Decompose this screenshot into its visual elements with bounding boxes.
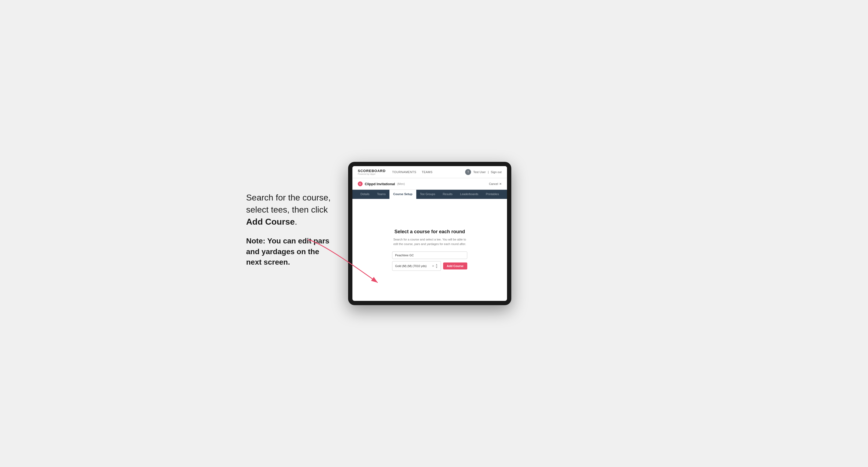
tab-details[interactable]: Details <box>357 190 373 199</box>
tee-select-icons: ✕ ▲ ▼ <box>432 263 438 269</box>
tee-select-value: Gold (M) (M) (7010 yds) <box>395 264 432 268</box>
brand-title: SCOREBOARD <box>358 169 386 173</box>
tournament-gender: (Men) <box>397 182 405 185</box>
tab-teams[interactable]: Teams <box>373 190 390 199</box>
tournament-icon: C <box>358 181 363 186</box>
tablet-screen: SCOREBOARD Powered by clippd TOURNAMENTS… <box>352 166 507 301</box>
page-wrapper: Search for the course, select tees, then… <box>246 162 622 305</box>
tab-leaderboards[interactable]: Leaderboards <box>456 190 482 199</box>
user-avatar: T <box>465 169 471 175</box>
user-label: Test User <box>473 170 486 174</box>
note-text: Note: You can edit pars and yardages on … <box>246 236 332 267</box>
tournament-name: Clippd Invitational <box>365 182 395 186</box>
brand-sub: Powered by clippd <box>358 173 386 175</box>
course-select-description: Search for a course and select a tee. Yo… <box>392 237 467 246</box>
add-course-button[interactable]: Add Course <box>443 262 467 270</box>
course-select-title: Select a course for each round <box>394 229 465 235</box>
tee-select-wrapper[interactable]: Gold (M) (M) (7010 yds) ✕ ▲ ▼ <box>392 261 441 271</box>
navbar: SCOREBOARD Powered by clippd TOURNAMENTS… <box>352 166 507 178</box>
tab-results[interactable]: Results <box>439 190 456 199</box>
navbar-right: T Test User | Sign out <box>465 169 502 175</box>
tee-clear-icon[interactable]: ✕ <box>432 264 434 268</box>
tab-course-setup[interactable]: Course Setup <box>390 190 416 199</box>
instruction-text: Search for the course, select tees, then… <box>246 192 332 227</box>
sign-out-link[interactable]: Sign out <box>491 170 502 174</box>
cancel-button[interactable]: Cancel ✕ <box>489 182 502 186</box>
tournament-header: C Clippd Invitational (Men) Cancel ✕ <box>352 178 507 190</box>
tee-arrows-icon: ▲ ▼ <box>435 263 438 269</box>
tab-tee-groups[interactable]: Tee Groups <box>416 190 439 199</box>
tablet-frame: SCOREBOARD Powered by clippd TOURNAMENTS… <box>348 162 511 305</box>
instructions-panel: Search for the course, select tees, then… <box>246 192 332 275</box>
nav-teams[interactable]: TEAMS <box>422 170 432 174</box>
nav-tournaments[interactable]: TOURNAMENTS <box>392 170 416 174</box>
navbar-left: SCOREBOARD Powered by clippd TOURNAMENTS… <box>358 169 433 175</box>
tab-bar: Details Teams Course Setup Tee Groups Re… <box>352 190 507 199</box>
tee-select-row: Gold (M) (M) (7010 yds) ✕ ▲ ▼ Add Course <box>392 261 467 271</box>
separator: | <box>488 170 489 174</box>
tournament-title: C Clippd Invitational (Men) <box>358 181 405 186</box>
tablet-container: SCOREBOARD Powered by clippd TOURNAMENTS… <box>348 162 511 305</box>
nav-links: TOURNAMENTS TEAMS <box>392 170 433 174</box>
brand: SCOREBOARD Powered by clippd <box>358 169 386 175</box>
main-content: Select a course for each round Search fo… <box>352 199 507 301</box>
tab-printables[interactable]: Printables <box>482 190 503 199</box>
course-search-input[interactable] <box>392 251 467 259</box>
